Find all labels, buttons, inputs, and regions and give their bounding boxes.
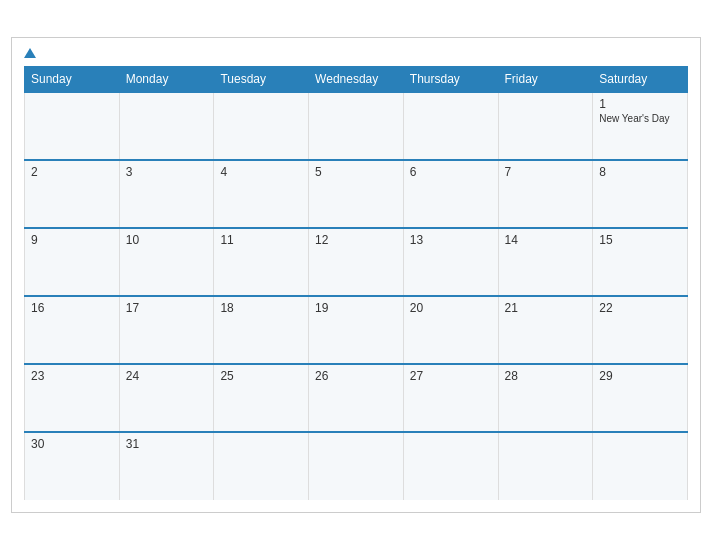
logo-blue-text	[24, 48, 39, 58]
calendar-cell	[119, 92, 214, 160]
calendar-cell: 23	[25, 364, 120, 432]
calendar-cell: 3	[119, 160, 214, 228]
day-number: 26	[315, 369, 397, 383]
day-of-week-header: Wednesday	[309, 67, 404, 93]
day-number: 25	[220, 369, 302, 383]
day-of-week-header: Sunday	[25, 67, 120, 93]
day-of-week-header: Friday	[498, 67, 593, 93]
day-number: 29	[599, 369, 681, 383]
calendar-cell	[214, 432, 309, 500]
logo	[24, 48, 39, 58]
day-number: 3	[126, 165, 208, 179]
calendar-week-row: 9101112131415	[25, 228, 688, 296]
calendar-cell: 13	[403, 228, 498, 296]
calendar-header	[24, 48, 688, 58]
day-number: 27	[410, 369, 492, 383]
day-of-week-header: Thursday	[403, 67, 498, 93]
day-of-week-header: Saturday	[593, 67, 688, 93]
calendar-cell: 1New Year's Day	[593, 92, 688, 160]
calendar-cell: 6	[403, 160, 498, 228]
calendar-container: SundayMondayTuesdayWednesdayThursdayFrid…	[11, 37, 701, 513]
calendar-cell: 9	[25, 228, 120, 296]
calendar-cell: 7	[498, 160, 593, 228]
calendar-cell: 10	[119, 228, 214, 296]
calendar-table: SundayMondayTuesdayWednesdayThursdayFrid…	[24, 66, 688, 500]
day-number: 2	[31, 165, 113, 179]
calendar-cell	[309, 432, 404, 500]
calendar-cell	[25, 92, 120, 160]
calendar-cell: 15	[593, 228, 688, 296]
day-number: 16	[31, 301, 113, 315]
calendar-cell: 8	[593, 160, 688, 228]
calendar-cell: 17	[119, 296, 214, 364]
day-number: 9	[31, 233, 113, 247]
day-number: 14	[505, 233, 587, 247]
calendar-cell	[498, 92, 593, 160]
calendar-cell	[309, 92, 404, 160]
calendar-cell: 29	[593, 364, 688, 432]
calendar-cell: 31	[119, 432, 214, 500]
day-number: 18	[220, 301, 302, 315]
day-number: 24	[126, 369, 208, 383]
day-of-week-header: Tuesday	[214, 67, 309, 93]
day-number: 28	[505, 369, 587, 383]
days-header-row: SundayMondayTuesdayWednesdayThursdayFrid…	[25, 67, 688, 93]
day-number: 21	[505, 301, 587, 315]
calendar-cell	[403, 432, 498, 500]
day-number: 11	[220, 233, 302, 247]
day-number: 12	[315, 233, 397, 247]
day-number: 13	[410, 233, 492, 247]
calendar-cell: 21	[498, 296, 593, 364]
calendar-cell: 25	[214, 364, 309, 432]
calendar-cell: 16	[25, 296, 120, 364]
calendar-cell: 11	[214, 228, 309, 296]
day-number: 19	[315, 301, 397, 315]
calendar-cell: 4	[214, 160, 309, 228]
calendar-week-row: 23242526272829	[25, 364, 688, 432]
calendar-cell: 19	[309, 296, 404, 364]
holiday-name: New Year's Day	[599, 113, 681, 124]
calendar-week-row: 16171819202122	[25, 296, 688, 364]
day-number: 30	[31, 437, 113, 451]
day-number: 17	[126, 301, 208, 315]
calendar-cell: 28	[498, 364, 593, 432]
calendar-cell: 30	[25, 432, 120, 500]
calendar-week-row: 1New Year's Day	[25, 92, 688, 160]
calendar-cell: 18	[214, 296, 309, 364]
calendar-week-row: 3031	[25, 432, 688, 500]
calendar-cell	[593, 432, 688, 500]
calendar-cell: 24	[119, 364, 214, 432]
calendar-cell: 12	[309, 228, 404, 296]
calendar-cell: 26	[309, 364, 404, 432]
day-number: 20	[410, 301, 492, 315]
day-of-week-header: Monday	[119, 67, 214, 93]
calendar-cell: 22	[593, 296, 688, 364]
calendar-cell	[403, 92, 498, 160]
calendar-cell	[498, 432, 593, 500]
calendar-cell: 5	[309, 160, 404, 228]
day-number: 15	[599, 233, 681, 247]
day-number: 10	[126, 233, 208, 247]
day-number: 31	[126, 437, 208, 451]
calendar-cell	[214, 92, 309, 160]
day-number: 22	[599, 301, 681, 315]
day-number: 7	[505, 165, 587, 179]
day-number: 1	[599, 97, 681, 111]
calendar-week-row: 2345678	[25, 160, 688, 228]
day-number: 6	[410, 165, 492, 179]
calendar-cell: 2	[25, 160, 120, 228]
calendar-cell: 27	[403, 364, 498, 432]
day-number: 8	[599, 165, 681, 179]
day-number: 23	[31, 369, 113, 383]
logo-triangle-icon	[24, 48, 36, 58]
calendar-cell: 14	[498, 228, 593, 296]
day-number: 5	[315, 165, 397, 179]
calendar-cell: 20	[403, 296, 498, 364]
day-number: 4	[220, 165, 302, 179]
